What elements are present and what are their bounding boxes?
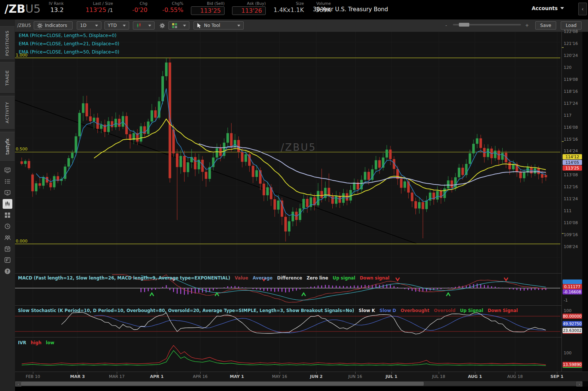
legend-item: Slow D bbox=[380, 308, 396, 313]
zoom-out-button[interactable]: - bbox=[445, 21, 450, 30]
news-icon[interactable] bbox=[3, 165, 12, 175]
zoom-slider[interactable] bbox=[453, 24, 521, 25]
chart-style-dropdown[interactable] bbox=[133, 21, 155, 30]
chart-icon[interactable] bbox=[3, 199, 12, 209]
quote-field-value: -0.55% bbox=[162, 6, 183, 13]
ivr-panel[interactable] bbox=[15, 337, 561, 372]
indicators-label: Indicators bbox=[45, 23, 67, 28]
price-axis-label: 116'08 bbox=[564, 125, 578, 130]
right-edge-strip bbox=[582, 32, 588, 391]
panel-separator[interactable] bbox=[15, 337, 582, 337]
quote-field-value[interactable]: 113'26 bbox=[232, 6, 266, 15]
follow-icon[interactable] bbox=[3, 233, 12, 242]
futures-icon[interactable] bbox=[3, 255, 12, 265]
quote-field-label: Chg bbox=[140, 1, 147, 6]
chart-scrollbar[interactable]: ‹ › bbox=[15, 381, 582, 386]
ivr-title: IVR bbox=[18, 340, 26, 345]
quote-field-bid-sell-[interactable]: Bid (Sell)113'25 bbox=[189, 1, 225, 15]
time-axis-label: JUN 2 bbox=[303, 374, 329, 379]
scrollbar-thumb[interactable] bbox=[21, 382, 424, 386]
ema-label[interactable]: EMA (Price=CLOSE, Length=21, Displace=0) bbox=[19, 41, 119, 46]
time-axis-label: MAR 3 bbox=[64, 374, 91, 379]
indicators-button[interactable]: Indicators bbox=[34, 21, 73, 30]
time-axis-label: FEB 10 bbox=[20, 374, 46, 379]
time-axis-label: SEP 1 bbox=[544, 374, 570, 379]
scroll-left-button[interactable]: ‹ bbox=[15, 382, 21, 387]
price-axis-label: 110'08 bbox=[564, 220, 578, 225]
sidebar-tab-tastyfx[interactable]: tastyfx bbox=[0, 132, 15, 162]
sidebar-tab-positions[interactable]: POSITIONS bbox=[0, 26, 15, 60]
chart-toolbar: /ZBU5 Indicators 1D YTD bbox=[15, 19, 588, 32]
price-axis-label: 117 bbox=[564, 113, 572, 118]
range-dropdown[interactable]: YTD bbox=[104, 21, 129, 30]
price-axis-label: 120'24 bbox=[564, 53, 578, 58]
chart-settings-button[interactable] bbox=[158, 21, 167, 30]
price-badge-49.92750: 49.92750 bbox=[563, 321, 582, 326]
grid-layout-dropdown[interactable] bbox=[168, 21, 189, 30]
panel-separator[interactable] bbox=[15, 273, 582, 274]
price-badge-114'05: 114'05 bbox=[563, 160, 582, 165]
legend-item: Value bbox=[235, 275, 248, 281]
grid-layout-icon bbox=[172, 23, 177, 28]
quote-field-last-size: Last / Size113'25 /1 bbox=[69, 1, 113, 13]
time-axis-tick bbox=[33, 372, 33, 374]
quote-field-label: Bid (Sell) bbox=[207, 1, 225, 6]
scroll-right-button[interactable]: › bbox=[576, 382, 582, 387]
price-badge-113'25: 113'25 bbox=[563, 165, 582, 171]
quote-field-value: -0'20 bbox=[132, 6, 147, 13]
time-axis[interactable]: FEB 10MAR 3MAR 17APR 1APR 16MAY 1MAY 16J… bbox=[15, 372, 588, 381]
sidebar-tab-trade[interactable]: TRADE bbox=[0, 62, 15, 94]
time-axis-tick bbox=[475, 372, 475, 374]
stoch-title: Slow Stochastic (K Period=10, D Period=1… bbox=[18, 308, 354, 313]
ema-label[interactable]: EMA (Price=CLOSE, Length=50, Displace=0) bbox=[19, 49, 119, 55]
indicators-icon bbox=[37, 23, 43, 28]
zoom-in-button[interactable]: + bbox=[525, 21, 530, 30]
quote-field-ask-buy-[interactable]: Ask (Buy)113'26 bbox=[230, 1, 266, 15]
gear-icon bbox=[159, 23, 165, 28]
save-button[interactable]: Save bbox=[535, 21, 556, 30]
drawing-tool-dropdown[interactable]: No Tool bbox=[194, 21, 244, 30]
quote-field-label: IV Rank bbox=[49, 1, 64, 6]
timeframe-dropdown[interactable]: 1D bbox=[77, 21, 101, 30]
sidebar-tab-activity[interactable]: ACTIVITY bbox=[0, 96, 15, 129]
time-axis-label: MAR 17 bbox=[104, 374, 130, 379]
history-icon[interactable] bbox=[3, 222, 12, 231]
dropdown-caret-icon bbox=[123, 25, 126, 27]
svg-text:?: ? bbox=[6, 269, 9, 274]
fib-label-1.000[interactable]: 1.000 bbox=[16, 53, 28, 58]
time-axis-label: JUL 18 bbox=[426, 374, 452, 379]
price-axis[interactable]: 122'08121'16120'24120119'08118'16117'241… bbox=[561, 32, 583, 372]
price-axis-label: 120 bbox=[564, 65, 572, 70]
quote-header: /ZBU5 IV Rank13.2Last / Size113'25 /1Chg… bbox=[0, 0, 588, 19]
fib-label-0.000[interactable]: 0.000 bbox=[16, 239, 28, 244]
time-axis-label: JUN 16 bbox=[342, 374, 368, 379]
panel-separator[interactable] bbox=[15, 305, 582, 306]
dashboard-icon[interactable] bbox=[3, 210, 12, 220]
time-axis-tick bbox=[77, 372, 78, 374]
help-icon[interactable]: ? bbox=[3, 266, 12, 276]
chart-area[interactable]: /ZBU5 EMA (Price=CLOSE, Length=5, Displa… bbox=[15, 32, 588, 391]
collapse-panel-button[interactable]: ‹ bbox=[578, 3, 587, 15]
ema-label[interactable]: EMA (Price=CLOSE, Length=5, Displace=0) bbox=[19, 33, 116, 38]
fib-label-0.500[interactable]: 0.500 bbox=[16, 147, 28, 152]
accounts-menu[interactable]: Accounts bbox=[532, 5, 564, 11]
main-price-chart[interactable]: /ZBU5 bbox=[15, 32, 561, 273]
time-axis-tick bbox=[439, 372, 439, 374]
cursor-icon bbox=[197, 23, 202, 28]
watchlist-icon[interactable] bbox=[3, 177, 12, 186]
zoom-slider-handle[interactable] bbox=[459, 23, 469, 27]
price-axis-label: 118'16 bbox=[564, 89, 578, 94]
legend-item: Overbought bbox=[400, 308, 429, 313]
video-icon[interactable] bbox=[3, 188, 12, 198]
time-axis-tick bbox=[316, 372, 317, 374]
time-axis-tick bbox=[237, 372, 237, 374]
price-axis-label: 115'16 bbox=[564, 137, 578, 142]
price-axis-label: 111'24 bbox=[564, 196, 578, 201]
price-badge-0.11177: 0.11177 bbox=[563, 284, 582, 289]
instrument-description: 30-Year U.S. Treasury Bond bbox=[313, 6, 388, 13]
load-button[interactable]: Load bbox=[561, 21, 582, 30]
calendar-icon[interactable] bbox=[3, 244, 12, 254]
quote-field-value[interactable]: 113'25 bbox=[191, 6, 225, 15]
range-value: YTD bbox=[108, 23, 117, 28]
price-badge-23.63002: 23.63002 bbox=[563, 328, 582, 334]
